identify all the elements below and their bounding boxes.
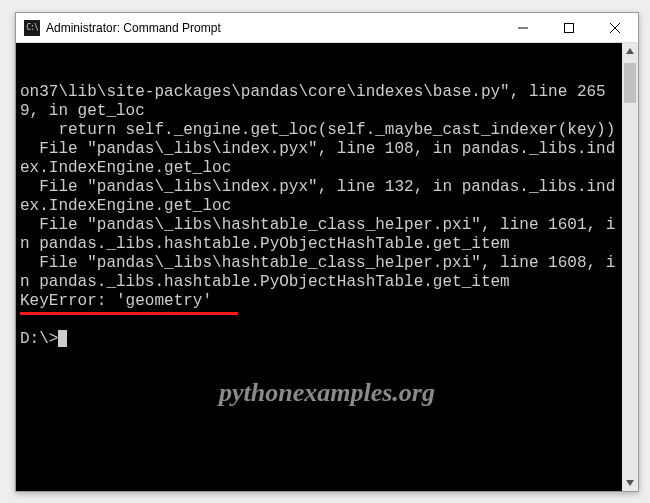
- trace-line: File "pandas\_libs\hashtable_class_helpe…: [20, 216, 615, 253]
- console-output: on37\lib\site-packages\pandas\core\index…: [20, 83, 634, 349]
- titlebar[interactable]: C:\ Administrator: Command Prompt: [16, 13, 638, 43]
- prompt-line: D:\>: [20, 330, 58, 348]
- close-icon: [610, 23, 620, 33]
- maximize-icon: [564, 23, 574, 33]
- maximize-button[interactable]: [546, 13, 592, 42]
- titlebar-controls: [500, 13, 638, 42]
- error-line: KeyError: 'geometry': [20, 292, 212, 310]
- trace-line: return self._engine.get_loc(self._maybe_…: [20, 121, 615, 139]
- minimize-button[interactable]: [500, 13, 546, 42]
- error-underline: [20, 312, 238, 315]
- svg-marker-5: [626, 480, 634, 486]
- scrollbar-thumb[interactable]: [624, 63, 636, 103]
- svg-rect-1: [565, 23, 574, 32]
- cmd-icon: C:\: [24, 20, 40, 36]
- scroll-down-button[interactable]: [622, 475, 638, 491]
- close-button[interactable]: [592, 13, 638, 42]
- command-prompt-window: C:\ Administrator: Command Prompt on37\l…: [15, 12, 639, 492]
- trace-line: on37\lib\site-packages\pandas\core\index…: [20, 83, 606, 120]
- svg-marker-4: [626, 48, 634, 54]
- scrollbar-track[interactable]: [622, 59, 638, 475]
- text-cursor: [58, 330, 67, 347]
- trace-line: File "pandas\_libs\index.pyx", line 108,…: [20, 140, 615, 177]
- scroll-up-button[interactable]: [622, 43, 638, 59]
- chevron-down-icon: [626, 479, 634, 487]
- watermark-text: pythonexamples.org: [16, 383, 638, 402]
- chevron-up-icon: [626, 47, 634, 55]
- trace-line: File "pandas\_libs\hashtable_class_helpe…: [20, 254, 615, 291]
- window-title: Administrator: Command Prompt: [46, 21, 500, 35]
- minimize-icon: [518, 23, 528, 33]
- vertical-scrollbar[interactable]: [622, 43, 638, 491]
- console-area[interactable]: on37\lib\site-packages\pandas\core\index…: [16, 43, 638, 491]
- trace-line: File "pandas\_libs\index.pyx", line 132,…: [20, 178, 615, 215]
